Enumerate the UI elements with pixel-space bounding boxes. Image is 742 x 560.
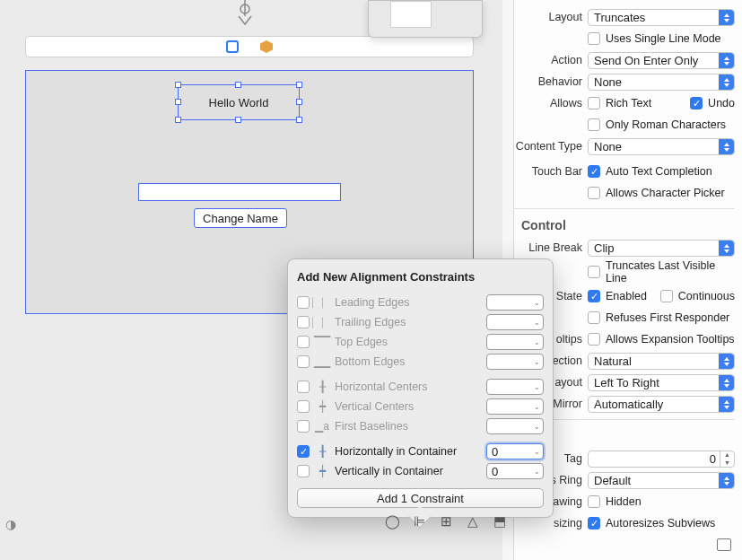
layout-label: Layout [514,11,588,23]
object-bar[interactable] [25,36,474,57]
mirror-select[interactable]: Automatically [588,396,735,413]
roman-checkbox[interactable] [588,118,600,131]
action-select[interactable]: Send On Enter Only [588,52,735,69]
allows-label: Allows [514,97,588,109]
sizing-label: sizing [514,517,588,529]
align-vcenters-icon: ┿ [315,400,329,413]
vcenters-value[interactable]: ⌄ [486,398,544,415]
auto-complete-checkbox[interactable] [588,165,600,178]
baselines-value[interactable]: ⌄ [486,418,544,434]
hcenters-value[interactable]: ⌄ [486,379,544,395]
behavior-select[interactable]: None [588,74,735,91]
resize-handle[interactable] [296,117,302,123]
content-type-label: Content Type [514,140,588,153]
action-label: Action [514,54,588,66]
align-hcontainer-icon: ╂ [315,445,329,458]
embed-tool-icon[interactable]: ⬒ [492,513,508,529]
align-hcenters-icon: ╂ [315,381,329,393]
chevron-icon [719,397,734,412]
bottom-checkbox[interactable] [297,355,310,368]
align-leading-icon: ⎸⎸ [315,296,329,309]
align-trailing-icon: ⎸⎸ [315,316,329,328]
align-baselines-icon: ▁a [315,420,329,433]
label-text: Hello World [209,96,269,109]
hello-world-label[interactable]: Hello World [178,84,300,120]
gear-icon[interactable]: ◑ [5,517,16,531]
truncates-last-checkbox[interactable] [588,266,600,278]
line-break-label: Line Break [514,241,588,254]
align-tool-icon[interactable]: ⊫ [411,513,427,529]
vcontainer-checkbox[interactable] [297,465,310,477]
continuous-checkbox[interactable] [660,290,673,302]
align-bottom-icon: ▁▁ [315,355,329,368]
single-line-checkbox[interactable] [588,32,600,45]
char-picker-checkbox[interactable] [588,187,600,199]
chevron-icon [719,139,734,154]
direction-select[interactable]: Natural [588,353,735,370]
chevron-icon [719,473,734,488]
autoresize-checkbox[interactable] [588,517,600,529]
change-name-button[interactable]: Change Name [194,208,287,228]
single-line-label: Uses Single Line Mode [606,32,721,45]
thumbnail-popover [368,0,483,38]
baselines-checkbox[interactable] [297,420,310,433]
behavior-label: Behavior [514,75,588,88]
touch-bar-label: Touch Bar [514,165,588,178]
top-checkbox[interactable] [297,336,310,348]
bottom-toolbar: ◯ ⊫ ⊞ △ ⬒ [384,513,508,529]
drop-arrow-icon [233,0,257,32]
line-break-select[interactable]: Clip [588,240,735,257]
resize-handle[interactable] [296,99,302,105]
resize-handle[interactable] [296,82,302,88]
popover-title: Add New Alignment Constraints [297,270,544,284]
vcenters-checkbox[interactable] [297,400,310,413]
resize-handle[interactable] [235,82,241,88]
thumbnail-preview [390,1,432,28]
panel-toggle-icon[interactable] [717,538,731,551]
text-field[interactable] [138,183,341,201]
view-controller-icon[interactable] [226,40,239,53]
hcontainer-value[interactable]: 0⌄ [486,443,544,459]
stepper-icon[interactable]: ▲▼ [720,451,734,467]
hcenters-checkbox[interactable] [297,381,310,393]
resize-handle[interactable] [235,117,241,123]
tag-input[interactable]: 0▲▼ [588,451,735,468]
resize-handle[interactable] [175,99,181,105]
content-type-select[interactable]: None [588,138,735,155]
resize-handle[interactable] [175,117,181,123]
chevron-icon [719,53,734,68]
top-value[interactable]: ⌄ [486,334,544,350]
chevron-icon [719,375,734,390]
trailing-checkbox[interactable] [297,316,310,328]
pin-tool-icon[interactable]: ⊞ [438,513,454,529]
leading-value[interactable]: ⌄ [486,294,544,311]
resolve-tool-icon[interactable]: △ [465,513,481,529]
chevron-icon [719,74,734,90]
tooltips-checkbox[interactable] [588,333,600,346]
trailing-value[interactable]: ⌄ [486,314,544,330]
refuses-checkbox[interactable] [588,311,600,324]
ilayout-select[interactable]: Left To Right [588,374,735,391]
enabled-checkbox[interactable] [588,290,600,302]
alignment-popover: Add New Alignment Constraints ⎸⎸Leading … [287,258,554,518]
control-section-header: Control [521,218,735,232]
bottom-value[interactable]: ⌄ [486,354,544,370]
add-constraint-button[interactable]: Add 1 Constraint [297,488,544,508]
resize-handle[interactable] [175,82,181,88]
align-vcontainer-icon: ┿ [315,465,329,477]
align-top-icon: ▔▔ [315,336,329,348]
leading-checkbox[interactable] [297,296,310,309]
rich-text-checkbox[interactable] [588,97,600,109]
focus-ring-select[interactable]: Default [588,472,735,489]
vcontainer-value[interactable]: 0⌄ [486,463,544,479]
layout-select[interactable]: Truncates [588,9,735,26]
hcontainer-checkbox[interactable] [297,445,310,458]
chevron-icon [719,10,734,25]
object-cube-icon[interactable] [260,40,273,53]
hidden-checkbox[interactable] [588,495,600,508]
chevron-icon [719,354,734,369]
undo-checkbox[interactable] [690,97,703,109]
button-label: Change Name [203,212,278,225]
update-frames-icon[interactable]: ◯ [384,513,400,529]
chevron-icon [719,241,734,256]
